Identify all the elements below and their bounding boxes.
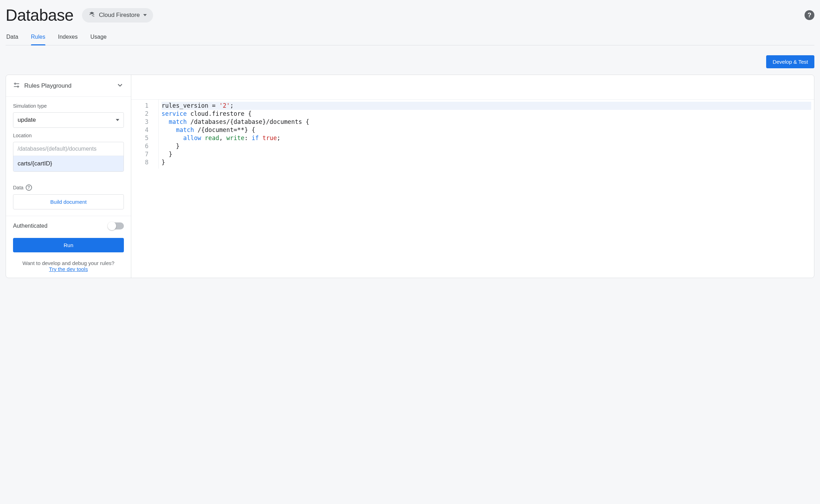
page-title: Database	[6, 6, 74, 25]
tab-indexes[interactable]: Indexes	[58, 30, 78, 45]
tab-usage[interactable]: Usage	[90, 30, 107, 45]
location-box: /databases/(default)/documents	[13, 142, 124, 172]
location-label: Location	[13, 133, 124, 138]
run-button[interactable]: Run	[13, 238, 124, 252]
svg-rect-1	[14, 86, 19, 87]
rules-playground-sidebar: Rules Playground Simulation type update …	[6, 75, 131, 278]
tabs: Data Rules Indexes Usage	[6, 30, 814, 45]
rules-playground-title: Rules Playground	[24, 82, 112, 89]
help-button[interactable]: ?	[805, 10, 814, 20]
firestore-icon	[88, 11, 95, 20]
location-input[interactable]	[13, 156, 124, 171]
editor-toolbar	[131, 75, 814, 100]
location-prefix: /databases/(default)/documents	[13, 142, 124, 156]
info-icon[interactable]: ?	[26, 184, 32, 191]
dev-tools-link[interactable]: Try the dev tools	[49, 266, 88, 272]
develop-test-button[interactable]: Develop & Test	[766, 55, 814, 68]
line-gutter: 12345678	[131, 100, 159, 169]
svg-rect-2	[15, 83, 15, 85]
simulation-type-select[interactable]: update	[13, 112, 124, 128]
caret-down-icon	[116, 119, 119, 121]
code-area[interactable]: rules_version = '2';service cloud.firest…	[159, 100, 814, 169]
caret-down-icon	[143, 14, 147, 16]
svg-rect-3	[18, 86, 18, 88]
help-icon: ?	[808, 12, 812, 19]
data-label: Data ?	[13, 184, 124, 191]
svg-rect-0	[14, 83, 19, 84]
simulation-type-label: Simulation type	[13, 103, 124, 109]
tab-data[interactable]: Data	[6, 30, 18, 45]
dev-tools-prompt: Want to develop and debug your rules?	[13, 260, 124, 266]
chevron-down-icon	[116, 81, 124, 90]
tab-rules[interactable]: Rules	[31, 30, 45, 45]
authenticated-label: Authenticated	[13, 223, 48, 229]
database-selector-label: Cloud Firestore	[99, 12, 140, 19]
rules-panel: Rules Playground Simulation type update …	[6, 75, 814, 278]
database-selector-chip[interactable]: Cloud Firestore	[82, 8, 153, 23]
tune-icon	[13, 82, 20, 90]
rules-playground-header[interactable]: Rules Playground	[6, 75, 131, 97]
rules-editor: 12345678 rules_version = '2';service clo…	[131, 75, 814, 278]
simulation-type-value: update	[18, 116, 36, 124]
build-document-button[interactable]: Build document	[13, 194, 124, 209]
authenticated-toggle[interactable]	[108, 222, 124, 229]
